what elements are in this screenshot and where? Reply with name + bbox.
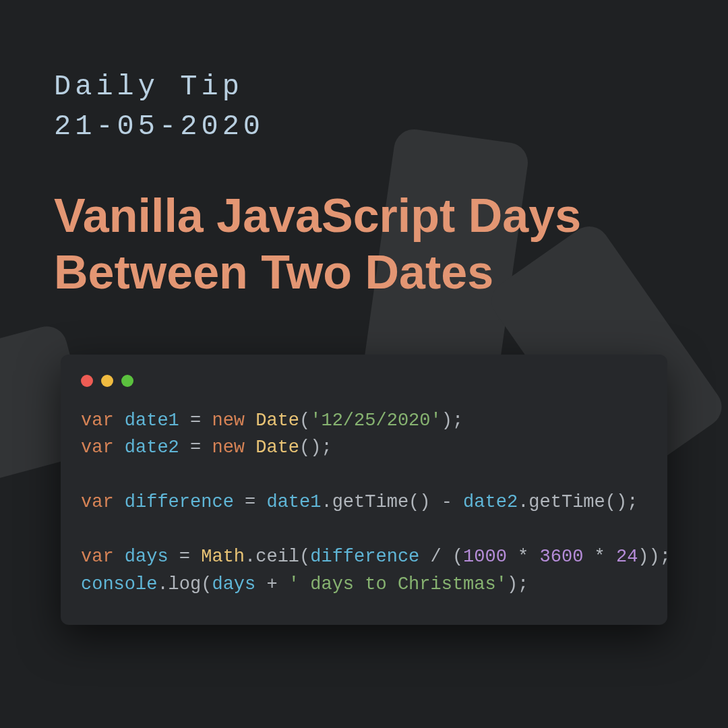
subtitle-block: Daily Tip21-05-2020 bbox=[54, 67, 674, 147]
code-window: var date1 = new Date('12/25/2020'); var … bbox=[61, 355, 667, 626]
maximize-icon bbox=[121, 375, 133, 387]
tip-label: Daily Tip bbox=[54, 71, 243, 103]
page-title: Vanilla JavaScript Days Between Two Date… bbox=[54, 187, 674, 301]
close-icon bbox=[81, 375, 93, 387]
window-controls bbox=[81, 375, 647, 387]
code-block: var date1 = new Date('12/25/2020'); var … bbox=[81, 407, 647, 599]
kw: var bbox=[81, 411, 114, 431]
var: date1 bbox=[125, 411, 179, 431]
tip-date: 21-05-2020 bbox=[54, 111, 264, 143]
minimize-icon bbox=[101, 375, 113, 387]
